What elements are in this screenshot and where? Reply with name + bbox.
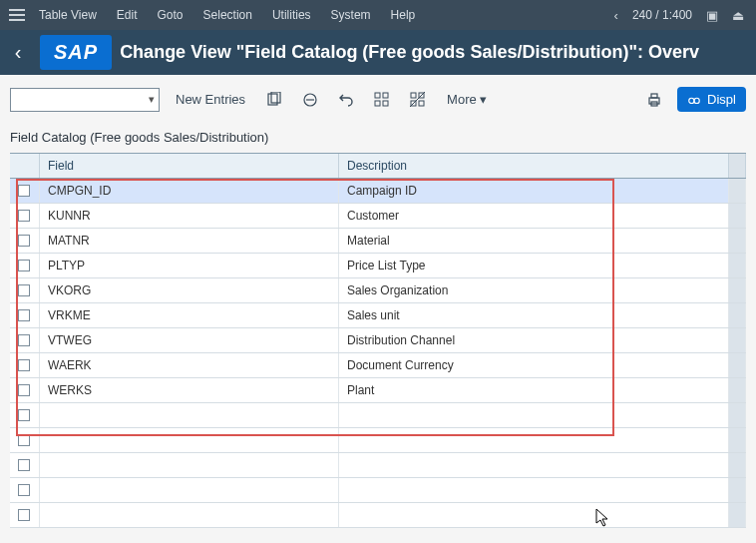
- table-row[interactable]: [10, 478, 746, 503]
- menu-system[interactable]: System: [322, 2, 380, 28]
- table-row[interactable]: WERKSPlant: [10, 378, 746, 403]
- glasses-icon: [687, 93, 701, 107]
- scroll-gutter: [729, 503, 746, 527]
- toolbar: ▾ New Entries More ▾ Displ: [10, 83, 746, 126]
- description-cell[interactable]: Document Currency: [339, 353, 729, 377]
- menu-goto[interactable]: Goto: [149, 2, 192, 28]
- row-select-checkbox[interactable]: [10, 403, 40, 427]
- table-row[interactable]: VKORGSales Organization: [10, 278, 746, 303]
- table-row[interactable]: [10, 403, 746, 428]
- exit-icon[interactable]: ⏏: [726, 4, 750, 27]
- column-select[interactable]: [10, 154, 40, 178]
- table-row[interactable]: PLTYPPrice List Type: [10, 254, 746, 278]
- table-row[interactable]: MATNRMaterial: [10, 229, 746, 254]
- table-row[interactable]: VRKMESales unit: [10, 303, 746, 328]
- menu-edit[interactable]: Edit: [108, 2, 147, 28]
- field-cell[interactable]: WAERK: [40, 353, 339, 377]
- row-select-checkbox[interactable]: [10, 303, 40, 327]
- table-row[interactable]: [10, 453, 746, 478]
- new-window-icon[interactable]: ▣: [700, 4, 724, 27]
- description-cell[interactable]: Material: [339, 229, 729, 253]
- more-menu[interactable]: More ▾: [441, 88, 493, 111]
- row-select-checkbox[interactable]: [10, 353, 40, 377]
- description-cell[interactable]: [339, 478, 729, 502]
- undo-icon[interactable]: [333, 88, 359, 112]
- hamburger-menu-icon[interactable]: [6, 4, 28, 26]
- field-cell[interactable]: [40, 478, 339, 502]
- description-cell[interactable]: Sales unit: [339, 303, 729, 327]
- row-select-checkbox[interactable]: [10, 503, 40, 527]
- column-field[interactable]: Field: [40, 154, 339, 178]
- field-cell[interactable]: [40, 453, 339, 477]
- field-cell[interactable]: PLTYP: [40, 254, 339, 277]
- field-cell[interactable]: [40, 503, 339, 527]
- menu-utilities[interactable]: Utilities: [263, 2, 320, 28]
- field-cell[interactable]: KUNNR: [40, 204, 339, 228]
- row-select-checkbox[interactable]: [10, 254, 40, 277]
- row-select-checkbox[interactable]: [10, 229, 40, 253]
- scroll-gutter: [729, 229, 746, 253]
- chevron-left-icon[interactable]: ‹: [608, 4, 624, 27]
- description-cell[interactable]: Plant: [339, 378, 729, 402]
- table-row[interactable]: CMPGN_IDCampaign ID: [10, 179, 746, 204]
- scroll-gutter: [729, 328, 746, 352]
- table-row[interactable]: WAERKDocument Currency: [10, 353, 746, 378]
- scroll-gutter: [729, 204, 746, 228]
- table-header: Field Description: [10, 154, 746, 179]
- variant-select[interactable]: ▾: [10, 88, 160, 112]
- scroll-gutter: [729, 303, 746, 327]
- select-all-icon[interactable]: [369, 88, 395, 112]
- svg-line-12: [410, 92, 425, 107]
- description-cell[interactable]: [339, 403, 729, 427]
- svg-point-16: [689, 98, 694, 103]
- row-select-checkbox[interactable]: [10, 478, 40, 502]
- menu-table-view[interactable]: Table View: [30, 2, 106, 28]
- copy-as-icon[interactable]: [261, 88, 287, 112]
- table-row[interactable]: [10, 428, 746, 453]
- row-select-checkbox[interactable]: [10, 453, 40, 477]
- description-cell[interactable]: Campaign ID: [339, 179, 729, 203]
- menu-selection[interactable]: Selection: [194, 2, 261, 28]
- new-entries-button[interactable]: New Entries: [170, 88, 251, 111]
- field-cell[interactable]: VTWEG: [40, 328, 339, 352]
- field-cell[interactable]: [40, 428, 339, 452]
- field-cell[interactable]: WERKS: [40, 378, 339, 402]
- page-title: Change View "Field Catalog (Free goods S…: [120, 42, 752, 63]
- section-title: Field Catalog (Free goods Sales/Distribu…: [10, 130, 746, 145]
- description-cell[interactable]: Customer: [339, 204, 729, 228]
- description-cell[interactable]: Distribution Channel: [339, 328, 729, 352]
- field-cell[interactable]: [40, 403, 339, 427]
- menu-help[interactable]: Help: [382, 2, 425, 28]
- zoom-level: 240 / 1:400: [626, 8, 698, 22]
- table-row[interactable]: KUNNRCustomer: [10, 204, 746, 229]
- column-description[interactable]: Description: [339, 154, 729, 178]
- delete-icon[interactable]: [297, 88, 323, 112]
- back-button[interactable]: ‹: [4, 39, 32, 67]
- row-select-checkbox[interactable]: [10, 378, 40, 402]
- deselect-all-icon[interactable]: [405, 88, 431, 112]
- display-button[interactable]: Displ: [677, 87, 746, 112]
- scroll-gutter: [729, 278, 746, 302]
- sap-logo: SAP: [40, 35, 112, 70]
- description-cell[interactable]: [339, 453, 729, 477]
- field-cell[interactable]: MATNR: [40, 229, 339, 253]
- row-select-checkbox[interactable]: [10, 179, 40, 203]
- description-cell[interactable]: [339, 428, 729, 452]
- description-cell[interactable]: [339, 503, 729, 527]
- row-select-checkbox[interactable]: [10, 328, 40, 352]
- table-row[interactable]: [10, 503, 746, 528]
- chevron-down-icon: ▾: [480, 92, 487, 107]
- row-select-checkbox[interactable]: [10, 278, 40, 302]
- row-select-checkbox[interactable]: [10, 428, 40, 452]
- field-cell[interactable]: CMPGN_ID: [40, 179, 339, 203]
- scroll-gutter: [729, 403, 746, 427]
- table-row[interactable]: VTWEGDistribution Channel: [10, 328, 746, 353]
- field-cell[interactable]: VKORG: [40, 278, 339, 302]
- svg-rect-14: [651, 94, 657, 98]
- table-scrollbar[interactable]: [729, 154, 746, 178]
- description-cell[interactable]: Sales Organization: [339, 278, 729, 302]
- description-cell[interactable]: Price List Type: [339, 254, 729, 277]
- field-cell[interactable]: VRKME: [40, 303, 339, 327]
- row-select-checkbox[interactable]: [10, 204, 40, 228]
- print-icon[interactable]: [641, 88, 667, 112]
